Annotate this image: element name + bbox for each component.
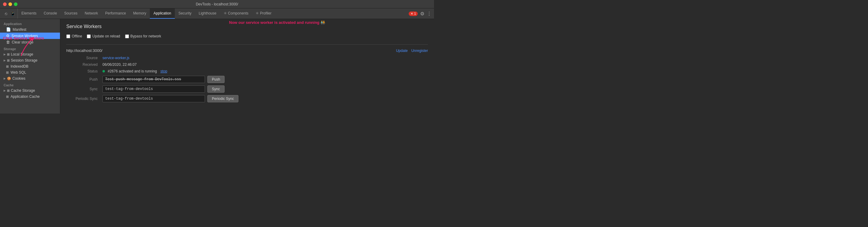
push-row: Push Push xyxy=(66,76,428,83)
update-on-reload-checkbox[interactable] xyxy=(87,34,91,38)
update-on-reload-checkbox-label[interactable]: Update on reload xyxy=(87,34,120,38)
sidebar-item-web-sql[interactable]: ⊞ Web SQL xyxy=(0,69,60,76)
grid-icon: ⊞ xyxy=(7,53,10,56)
close-button[interactable] xyxy=(3,2,7,6)
main-layout: Click Service Workers Application 📄 Mani… xyxy=(0,19,434,113)
worker-entry: http://localhost:3000/ Update Unregister… xyxy=(66,45,428,102)
bypass-for-network-checkbox-label[interactable]: Bypass for network xyxy=(125,34,161,38)
sync-input[interactable] xyxy=(102,85,205,93)
periodic-sync-label: Periodic Sync xyxy=(66,96,102,101)
inspect-icon[interactable]: ⎋ xyxy=(4,11,8,16)
periodic-sync-input[interactable] xyxy=(102,95,205,102)
periodic-sync-button[interactable]: Periodic Sync xyxy=(207,95,239,102)
tab-bar-right: ✕ 1 ⚙ ⋮ xyxy=(409,8,434,19)
grid-icon: ⊞ xyxy=(7,59,10,62)
more-icon[interactable]: ⋮ xyxy=(427,11,432,17)
tab-network[interactable]: Network xyxy=(81,8,101,19)
sidebar-application-label: Application xyxy=(0,20,60,26)
source-file-link[interactable]: service-worker.js xyxy=(102,56,129,60)
received-value: 06/06/2020, 22:46:07 xyxy=(102,62,136,67)
options-row: Offline Update on reload Bypass for netw… xyxy=(66,34,428,38)
settings-icon[interactable]: ⚙ xyxy=(420,11,424,17)
sidebar-item-manifest[interactable]: 📄 Manifest xyxy=(0,26,60,33)
cookies-icon: 🍪 xyxy=(7,77,11,81)
service-workers-icon: ⚙ xyxy=(6,33,10,38)
indexeddb-icon: ⊞ xyxy=(6,65,9,68)
received-label: Received xyxy=(66,62,102,67)
chevron-icon: ▶ xyxy=(4,77,6,80)
app-cache-icon: ⊞ xyxy=(6,95,9,99)
stop-button[interactable]: stop xyxy=(160,69,167,73)
maximize-button[interactable] xyxy=(14,2,18,6)
tab-lighthouse[interactable]: Lighthouse xyxy=(195,8,220,19)
push-input-row: Push xyxy=(102,76,224,83)
tab-components[interactable]: ⚛ Components xyxy=(220,8,252,19)
periodic-sync-input-row: Periodic Sync xyxy=(102,95,239,102)
status-value: #2676 activated and is running stop xyxy=(102,69,167,73)
tab-elements[interactable]: Elements xyxy=(18,8,40,19)
unregister-button[interactable]: Unregister xyxy=(411,49,428,53)
window-title: DevTools - localhost:3000/ xyxy=(196,2,239,6)
status-text: #2676 activated and is running xyxy=(107,69,157,73)
bypass-for-network-checkbox[interactable] xyxy=(125,34,129,38)
tab-bar: ⎋ 📱 Elements Console Sources Network Per… xyxy=(0,8,434,19)
error-badge: ✕ 1 xyxy=(409,11,418,16)
traffic-lights xyxy=(3,2,18,6)
sidebar-item-cache-storage[interactable]: ▶ ⊞ Cache Storage xyxy=(0,88,60,93)
sync-button[interactable]: Sync xyxy=(207,85,224,93)
cache-icon: ⊞ xyxy=(7,89,10,93)
sidebar-item-cookies[interactable]: ▶ 🍪 Cookies xyxy=(0,76,60,82)
update-button[interactable]: Update xyxy=(396,49,408,53)
minimize-button[interactable] xyxy=(8,2,12,6)
sync-input-row: Sync xyxy=(102,85,224,93)
sidebar-item-indexeddb[interactable]: ⊞ IndexedDB xyxy=(0,63,60,69)
status-row: Status #2676 activated and is running st… xyxy=(66,69,428,73)
sidebar-cache-label: Cache xyxy=(0,82,60,88)
sidebar-storage-label: Storage xyxy=(0,45,60,51)
worker-actions: Update Unregister xyxy=(396,49,428,53)
sync-label: Sync xyxy=(66,87,102,91)
chevron-icon: ▶ xyxy=(4,89,6,92)
error-icon: ✕ xyxy=(410,12,413,16)
manifest-icon: 📄 xyxy=(6,27,11,32)
push-input[interactable] xyxy=(102,76,205,83)
websql-icon: ⊞ xyxy=(6,70,9,75)
source-row: Source service-worker.js xyxy=(66,56,428,60)
sync-row: Sync Sync xyxy=(66,85,428,93)
title-bar: DevTools - localhost:3000/ xyxy=(0,0,434,8)
status-dot xyxy=(102,70,105,73)
status-label: Status xyxy=(66,69,102,73)
tab-console[interactable]: Console xyxy=(40,8,61,19)
tab-profiler[interactable]: ⚛ Profiler xyxy=(252,8,275,19)
sidebar: Click Service Workers Application 📄 Mani… xyxy=(0,19,60,113)
worker-url: http://localhost:3000/ xyxy=(66,48,102,53)
push-button[interactable]: Push xyxy=(207,76,224,83)
clear-storage-icon: 🗑 xyxy=(6,40,10,45)
push-label: Push xyxy=(66,77,102,82)
received-row: Received 06/06/2020, 22:46:07 xyxy=(66,62,428,67)
chevron-icon: ▶ xyxy=(4,53,6,56)
content-area: Now our service worker is activated and … xyxy=(60,19,434,113)
sidebar-item-clear-storage[interactable]: 🗑 Clear storage xyxy=(0,39,60,45)
tab-sources[interactable]: Sources xyxy=(61,8,81,19)
worker-url-row: http://localhost:3000/ Update Unregister xyxy=(66,48,428,53)
chevron-icon: ▶ xyxy=(4,59,6,62)
source-label: Source xyxy=(66,56,102,60)
device-icon[interactable]: 📱 xyxy=(10,11,15,16)
tab-application[interactable]: Application xyxy=(150,8,175,19)
offline-checkbox-label[interactable]: Offline xyxy=(66,34,82,38)
offline-checkbox[interactable] xyxy=(66,34,70,38)
tab-memory[interactable]: Memory xyxy=(130,8,150,19)
sidebar-item-application-cache[interactable]: ⊞ Application Cache xyxy=(0,93,60,100)
devtools-icons: ⎋ 📱 xyxy=(1,8,18,19)
sidebar-item-service-workers[interactable]: ⚙ Service Workers xyxy=(0,33,60,39)
page-title: Service Workers xyxy=(66,24,428,29)
tab-performance[interactable]: Performance xyxy=(101,8,130,19)
sidebar-item-local-storage[interactable]: ▶ ⊞ Local Storage xyxy=(0,51,60,57)
periodic-sync-row: Periodic Sync Periodic Sync xyxy=(66,95,428,102)
sidebar-item-session-storage[interactable]: ▶ ⊞ Session Storage xyxy=(0,57,60,63)
tab-security[interactable]: Security xyxy=(175,8,195,19)
